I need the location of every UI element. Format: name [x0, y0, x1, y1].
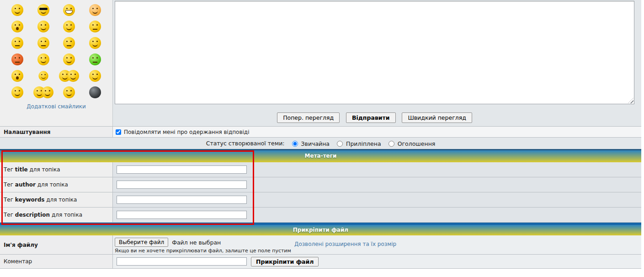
- editor-buttons: Попер. перегляд Відправити Швидкий перег…: [115, 112, 634, 123]
- more-smileys-link[interactable]: Додаткові смайлики: [27, 103, 86, 110]
- smiley-beer-cheers-icon[interactable]: [33, 86, 53, 98]
- smiley-clapping-icon[interactable]: [63, 86, 75, 98]
- smiley-in-love-icon[interactable]: [37, 21, 49, 32]
- smiley-smirk-icon[interactable]: [63, 53, 75, 65]
- meta-description-label: Тег description для топіка: [0, 208, 113, 222]
- meta-description-row: Тег description для топіка: [0, 208, 641, 223]
- quick-view-button[interactable]: Швидкий перегляд: [402, 112, 472, 123]
- meta-title-input[interactable]: [117, 165, 247, 174]
- attach-file-button[interactable]: Прикріпити файл: [251, 257, 319, 266]
- choose-file-button[interactable]: Выберите файл: [115, 238, 168, 247]
- notify-checkbox[interactable]: [116, 129, 121, 135]
- status-option-normal: Звичайна: [301, 138, 330, 149]
- file-status-text: Файл не выбран: [172, 239, 221, 246]
- meta-tags-header: Мета-теги: [0, 149, 641, 162]
- meta-title-label: Тег title для топіка: [0, 162, 113, 177]
- smiley-rose-icon[interactable]: [89, 70, 101, 82]
- meta-description-input[interactable]: [117, 211, 247, 219]
- preview-button[interactable]: Попер. перегляд: [277, 112, 340, 123]
- meta-keywords-input[interactable]: [117, 196, 247, 204]
- comment-row: Коментар Прикріпити файл: [0, 255, 641, 269]
- submit-button[interactable]: Відправити: [346, 112, 396, 123]
- smiley-annoyed-icon[interactable]: [37, 37, 49, 49]
- smiley-skeptical-icon[interactable]: [63, 37, 75, 49]
- smiley-fighting-icon[interactable]: [11, 37, 23, 49]
- smiley-panel: Додаткові смайлики: [0, 0, 113, 126]
- smiley-shy-icon[interactable]: [38, 71, 48, 80]
- comment-input[interactable]: [117, 257, 247, 266]
- post-editor-row: Додаткові смайлики Попер. перегляд Відпр…: [0, 0, 641, 127]
- smiley-headphones-icon[interactable]: [37, 53, 49, 65]
- smiley-shocked-icon[interactable]: [11, 70, 23, 82]
- editor-cell: Попер. перегляд Відправити Швидкий перег…: [113, 0, 641, 126]
- meta-keywords-row: Тег keywords для топіка: [0, 192, 641, 208]
- meta-keywords-label: Тег keywords для топіка: [0, 192, 113, 207]
- settings-row: Налаштування Повідомляти мені про одержа…: [0, 127, 641, 138]
- smiley-mad-icon[interactable]: [11, 53, 23, 65]
- status-radio-normal[interactable]: [292, 141, 298, 147]
- new-topic-form: Додаткові смайлики Попер. перегляд Відпр…: [0, 0, 644, 277]
- meta-author-row: Тег author для топіка: [0, 177, 641, 192]
- meta-title-row: Тег title для топіка: [0, 162, 641, 177]
- smiley-blush-icon[interactable]: [89, 4, 101, 16]
- smiley-kissing-couple-icon[interactable]: [59, 70, 79, 82]
- file-hint-text: Якщо ви не хочете прикріплювати файл, за…: [115, 248, 641, 254]
- smiley-cool-icon[interactable]: [37, 4, 49, 16]
- message-body-textarea[interactable]: [115, 1, 634, 104]
- smiley-grid: [0, 0, 112, 101]
- status-radio-announcement[interactable]: [389, 141, 394, 147]
- attach-file-header: Прикріпити файл: [0, 223, 641, 235]
- smiley-smile-icon[interactable]: [11, 4, 23, 16]
- notify-label: Повідомляти мені про одержання відповіді: [124, 129, 249, 135]
- smiley-eating-icon[interactable]: [63, 21, 75, 32]
- status-radio-pinned[interactable]: [337, 141, 343, 147]
- meta-author-input[interactable]: [117, 181, 247, 189]
- smiley-thumbs-up-icon[interactable]: [11, 86, 23, 98]
- file-name-row: Ім'я файлу Выберите файл Файл не выбран …: [0, 235, 641, 255]
- smiley-giggling-icon[interactable]: [89, 37, 101, 49]
- smiley-bomb-icon[interactable]: [89, 86, 101, 98]
- comment-label: Коментар: [0, 255, 113, 268]
- status-option-pinned: Приліплена: [346, 138, 381, 149]
- smiley-sick-icon[interactable]: [89, 53, 101, 65]
- meta-author-label: Тег author для топіка: [0, 177, 113, 192]
- topic-status-label: Статус створюваної теми:: [206, 140, 285, 147]
- topic-status-row: Статус створюваної теми: Звичайна Приліп…: [0, 138, 641, 149]
- file-name-label: Ім'я файлу: [0, 235, 113, 254]
- smiley-plain-icon[interactable]: [89, 21, 101, 32]
- status-option-announcement: Оголошення: [398, 138, 436, 149]
- allowed-extensions-link[interactable]: Дозволені розширення та їх розмір: [294, 241, 396, 247]
- smiley-grin-icon[interactable]: [63, 4, 75, 16]
- smiley-surprised-icon[interactable]: [11, 21, 23, 32]
- settings-label: Налаштування: [0, 127, 113, 137]
